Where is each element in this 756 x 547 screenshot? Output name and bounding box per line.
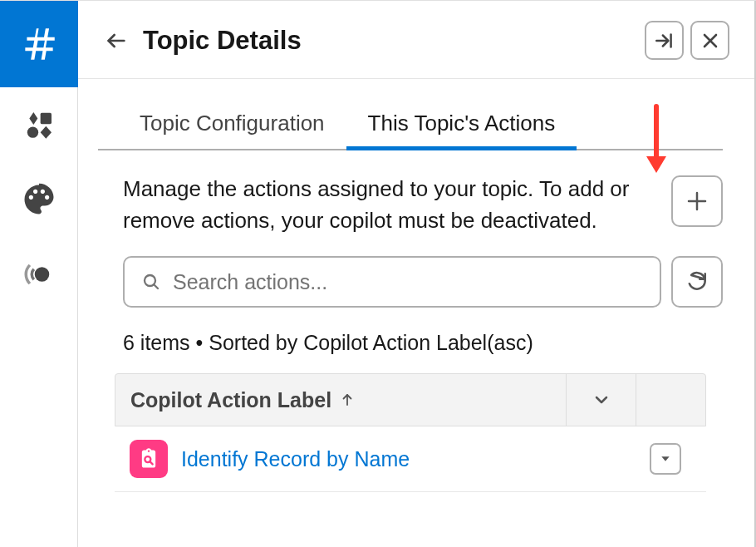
- plus-icon: [685, 189, 709, 214]
- palette-icon: [22, 182, 56, 217]
- search-field[interactable]: [123, 256, 661, 308]
- actions-table: Copilot Action Label: [115, 373, 706, 492]
- hash-icon: [18, 23, 60, 65]
- app-sidebar: [0, 1, 78, 547]
- back-button[interactable]: [103, 27, 130, 54]
- page-title: Topic Details: [143, 26, 631, 56]
- tab-content: Manage the actions assigned to your topi…: [78, 150, 754, 492]
- content-description: Manage the actions assigned to your topi…: [123, 174, 656, 236]
- arrow-left-icon: [105, 29, 128, 52]
- action-link[interactable]: Identify Record by Name: [181, 447, 636, 471]
- tab-topic-actions[interactable]: This Topic's Actions: [346, 99, 577, 149]
- search-input[interactable]: [173, 270, 643, 294]
- column-header-actions: [636, 374, 705, 426]
- column-menu-button[interactable]: [566, 374, 636, 426]
- refresh-button[interactable]: [671, 256, 723, 308]
- table-header: Copilot Action Label: [115, 373, 706, 426]
- table-row: Identify Record by Name: [115, 426, 706, 492]
- sort-asc-icon: [340, 392, 355, 407]
- column-header-text: Copilot Action Label: [130, 388, 331, 412]
- panel-header: Topic Details: [78, 1, 754, 79]
- svg-point-2: [27, 127, 37, 138]
- refresh-icon: [686, 271, 708, 293]
- search-icon: [141, 272, 161, 292]
- clipboard-search-icon: [137, 447, 160, 471]
- chevron-down-icon: [592, 390, 611, 410]
- app-logo[interactable]: [0, 1, 78, 87]
- sidebar-item-palette[interactable]: [0, 162, 78, 237]
- close-button[interactable]: [690, 21, 729, 60]
- list-status: 6 items • Sorted by Copilot Action Label…: [123, 331, 723, 355]
- sidebar-item-components[interactable]: [0, 87, 78, 162]
- svg-rect-1: [40, 113, 51, 124]
- svg-line-12: [154, 285, 158, 289]
- tabs: Topic Configuration This Topic's Actions: [98, 99, 723, 150]
- caret-down-icon: [659, 452, 672, 466]
- main-panel: Topic Details Topic Conf: [78, 1, 756, 547]
- svg-point-3: [34, 267, 49, 282]
- add-action-button[interactable]: [671, 175, 723, 227]
- dock-button[interactable]: [645, 21, 684, 60]
- satellite-icon: [22, 257, 56, 292]
- action-icon: [130, 440, 168, 478]
- sidebar-item-satellite[interactable]: [0, 237, 78, 312]
- row-menu-button[interactable]: [650, 443, 681, 475]
- column-header-label[interactable]: Copilot Action Label: [115, 388, 566, 412]
- close-icon: [700, 31, 720, 51]
- components-icon: [22, 108, 56, 141]
- tab-topic-configuration[interactable]: Topic Configuration: [118, 99, 346, 149]
- dock-right-icon: [654, 30, 675, 52]
